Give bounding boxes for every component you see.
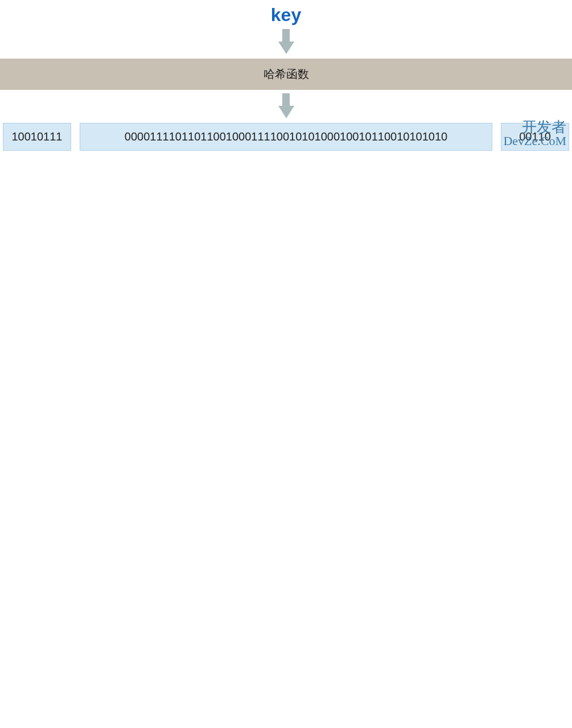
hash-output-row: 10010111 0000111101101100100011110010101… — [0, 123, 572, 151]
title-key: key — [271, 5, 301, 25]
hash-function-box: 哈希函数 — [0, 59, 572, 90]
hash-mid-bits: 0000111101101100100011110010101000100101… — [80, 123, 492, 151]
arrow-down-icon — [278, 42, 294, 54]
watermark: 开发者 DevZe.CoM — [503, 120, 566, 147]
watermark-line1: 开发者 — [503, 120, 566, 135]
hash-high-bits: 10010111 — [3, 123, 71, 151]
watermark-line2: DevZe.CoM — [503, 135, 566, 147]
arrow-down-icon — [278, 106, 294, 118]
